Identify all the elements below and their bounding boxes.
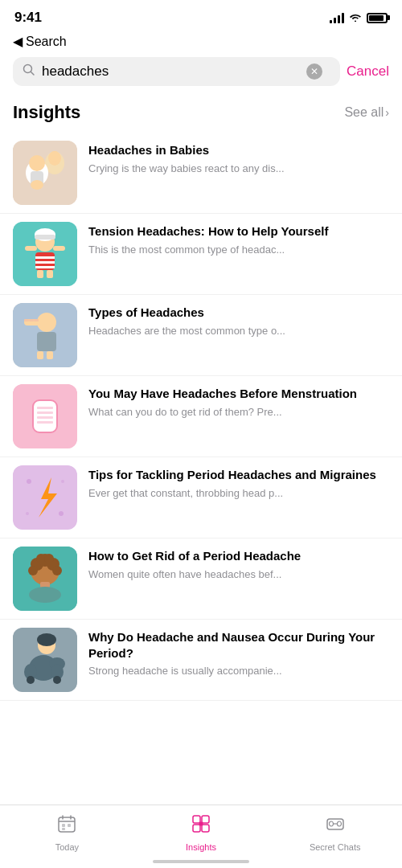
svg-rect-34 [37, 411, 53, 414]
article-thumbnail [13, 222, 77, 286]
svg-rect-25 [37, 351, 43, 359]
svg-rect-30 [34, 319, 39, 321]
svg-point-75 [329, 821, 333, 826]
svg-rect-70 [193, 816, 200, 823]
wifi-icon [349, 12, 362, 24]
search-input[interactable]: headaches [42, 63, 306, 80]
svg-point-61 [27, 676, 35, 684]
see-all-button[interactable]: See all › [344, 105, 389, 120]
svg-point-49 [52, 566, 62, 575]
svg-rect-29 [29, 319, 34, 321]
svg-point-53 [29, 587, 61, 603]
article-snippet: Women quite often have headaches bef... [88, 567, 389, 582]
insights-section-header: Insights See all › [0, 96, 402, 133]
status-bar: 9:41 [0, 0, 402, 31]
list-item[interactable]: Headaches in Babies Crying is the way ba… [0, 133, 402, 214]
svg-rect-24 [37, 332, 56, 351]
list-item[interactable]: Types of Headaches Headaches are the mos… [0, 295, 402, 376]
article-title: Tips for Tackling Period Headaches and M… [88, 467, 389, 483]
list-item[interactable]: Why Do Headache and Nausea Occur During … [0, 620, 402, 701]
svg-rect-15 [35, 256, 55, 259]
status-icons [330, 12, 388, 24]
svg-rect-26 [47, 351, 53, 359]
article-content: Headaches in Babies Crying is the way ba… [88, 141, 389, 176]
svg-point-76 [337, 821, 341, 826]
insights-list: Headaches in Babies Crying is the way ba… [0, 133, 402, 701]
article-thumbnail [13, 303, 77, 367]
search-bar[interactable]: headaches ✕ [13, 57, 340, 86]
battery-icon [367, 13, 388, 23]
svg-rect-69 [62, 828, 65, 830]
article-thumbnail [13, 547, 77, 611]
article-thumbnail [13, 465, 77, 530]
svg-rect-13 [35, 235, 55, 240]
insights-tab-label: Insights [186, 842, 216, 852]
article-content: How to Get Rid of a Period Headache Wome… [88, 547, 389, 582]
svg-rect-21 [53, 246, 65, 251]
svg-rect-19 [47, 270, 53, 278]
tab-secret-chats[interactable]: Secret Chats [268, 813, 402, 852]
tab-today[interactable]: Today [0, 813, 134, 852]
svg-point-40 [59, 511, 64, 516]
insights-icon [191, 813, 211, 839]
clear-search-button[interactable]: ✕ [306, 63, 322, 80]
article-content: Tension Headaches: How to Help Yourself … [88, 222, 389, 257]
today-tab-label: Today [55, 842, 79, 852]
svg-line-1 [31, 72, 35, 76]
see-all-chevron-icon: › [385, 106, 389, 119]
article-thumbnail [13, 628, 77, 692]
list-item[interactable]: You May Have Headaches Before Menstruati… [0, 376, 402, 457]
svg-point-41 [26, 512, 29, 515]
svg-point-7 [29, 155, 45, 171]
see-all-label: See all [344, 105, 384, 120]
article-title: How to Get Rid of a Period Headache [88, 548, 389, 564]
tab-insights[interactable]: Insights [134, 813, 269, 852]
insights-title: Insights [13, 102, 80, 123]
article-title: Tension Headaches: How to Help Yourself [88, 223, 389, 240]
content-area: Insights See all › [0, 96, 402, 773]
article-thumbnail [13, 384, 77, 448]
article-snippet: Crying is the way babies react to any di… [88, 162, 389, 176]
home-indicator [153, 860, 249, 863]
svg-point-62 [53, 676, 61, 684]
back-button[interactable]: ◀ Search [13, 34, 67, 49]
svg-rect-36 [37, 421, 53, 424]
svg-rect-73 [202, 825, 209, 832]
secret-chats-icon [325, 813, 346, 839]
list-item[interactable]: Tips for Tackling Period Headaches and M… [0, 457, 402, 538]
article-snippet: Ever get that constant, throbbing head p… [88, 486, 389, 501]
secret-chats-tab-label: Secret Chats [310, 842, 361, 852]
svg-point-48 [28, 566, 38, 575]
list-item[interactable]: How to Get Rid of a Period Headache Wome… [0, 538, 402, 620]
status-time: 9:41 [14, 10, 42, 26]
svg-rect-63 [59, 817, 75, 832]
svg-rect-72 [193, 825, 200, 832]
article-snippet: Headaches are the most common type o... [88, 324, 389, 338]
search-container: headaches ✕ Cancel [0, 57, 402, 96]
svg-rect-33 [37, 407, 53, 409]
svg-rect-16 [35, 261, 55, 264]
article-snippet: This is the most common type of headac..… [88, 243, 389, 257]
svg-point-9 [31, 180, 43, 190]
cancel-button[interactable]: Cancel [347, 63, 389, 80]
article-snippet: What can you do to get rid of them? Pre.… [88, 405, 389, 420]
svg-point-51 [44, 554, 54, 563]
svg-rect-68 [68, 824, 71, 827]
tab-bar: Today Insights Secret Chats [0, 805, 402, 868]
back-label: Search [26, 35, 67, 49]
svg-rect-20 [25, 246, 37, 251]
article-content: Types of Headaches Headaches are the mos… [88, 303, 389, 338]
svg-rect-71 [202, 816, 209, 823]
svg-point-5 [49, 151, 60, 162]
article-content: You May Have Headaches Before Menstruati… [88, 384, 389, 420]
svg-rect-35 [37, 416, 53, 419]
svg-rect-67 [62, 824, 65, 827]
svg-rect-18 [37, 270, 43, 278]
article-title: Why Do Headache and Nausea Occur During … [88, 629, 389, 661]
signal-icon [330, 12, 344, 23]
list-item[interactable]: Tension Headaches: How to Help Yourself … [0, 214, 402, 295]
article-content: Tips for Tackling Period Headaches and M… [88, 465, 389, 501]
article-content: Why Do Headache and Nausea Occur During … [88, 628, 389, 678]
svg-rect-28 [24, 319, 29, 321]
svg-point-39 [27, 479, 31, 484]
